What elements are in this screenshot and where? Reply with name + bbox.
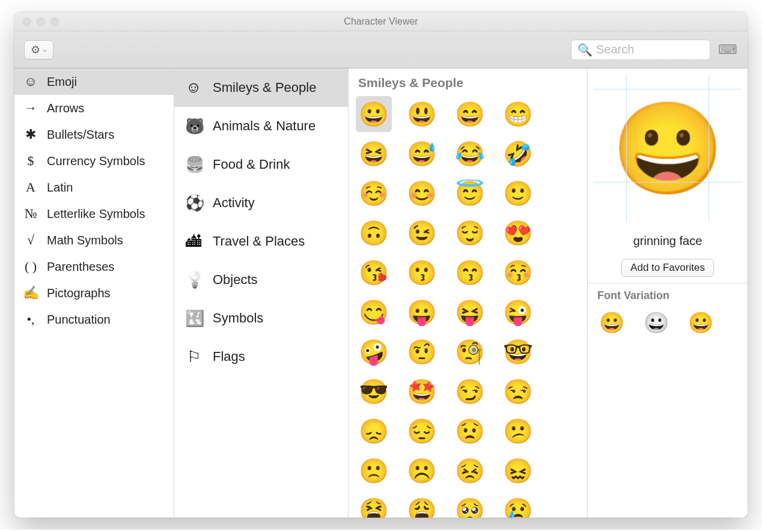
emoji-cell[interactable]: 😩 xyxy=(404,492,440,518)
category-icon: ✱ xyxy=(23,127,38,142)
preview-name: grinning face xyxy=(633,234,703,248)
subcategory-item[interactable]: 💡Objects xyxy=(174,261,348,299)
category-label: Arrows xyxy=(47,101,84,115)
emoji-cell[interactable]: ☹️ xyxy=(404,453,440,489)
category-item[interactable]: ✍Pictographs xyxy=(14,280,174,306)
font-variant[interactable]: 😀 xyxy=(599,309,625,336)
subcategory-item[interactable]: ☺Smileys & People xyxy=(174,68,348,107)
subcategory-item[interactable]: 🔣Symbols xyxy=(174,299,348,337)
subcategory-label: Food & Drink xyxy=(213,157,290,172)
category-item[interactable]: ☺Emoji xyxy=(14,68,174,95)
category-label: Parentheses xyxy=(47,260,114,274)
gear-icon: ⚙ xyxy=(31,43,40,56)
emoji-cell[interactable]: 😌 xyxy=(452,215,488,251)
category-icon: √ xyxy=(23,232,38,248)
emoji-cell[interactable]: 😍 xyxy=(500,215,536,251)
emoji-cell[interactable]: 🤣 xyxy=(500,136,536,172)
emoji-cell[interactable]: 🤩 xyxy=(404,373,440,410)
chevron-down-icon: ⌵ xyxy=(43,46,47,53)
close-button[interactable] xyxy=(23,17,31,26)
grid-header: Smileys & People xyxy=(349,68,587,96)
gear-menu-button[interactable]: ⚙ ⌵ xyxy=(24,40,53,59)
category-item[interactable]: ( )Parentheses xyxy=(14,253,174,280)
emoji-cell[interactable]: 🤪 xyxy=(356,334,392,370)
emoji-cell[interactable]: 😙 xyxy=(452,255,488,291)
emoji-cell[interactable]: 😛 xyxy=(404,294,440,330)
category-icon: ✍ xyxy=(23,285,38,301)
emoji-cell[interactable]: 😘 xyxy=(356,255,392,291)
minimize-button[interactable] xyxy=(37,17,45,26)
emoji-cell[interactable]: 😉 xyxy=(404,215,440,251)
emoji-cell[interactable]: 😄 xyxy=(452,96,488,132)
subcategory-icon: ⚐ xyxy=(185,348,202,366)
font-variant[interactable]: 😀 xyxy=(643,309,669,336)
emoji-cell[interactable]: 😚 xyxy=(500,255,536,291)
category-item[interactable]: $Currency Symbols xyxy=(14,148,174,174)
emoji-cell[interactable]: 😁 xyxy=(500,96,536,132)
subcategory-item[interactable]: 🐻Animals & Nature xyxy=(174,107,348,145)
emoji-cell[interactable]: 🥺 xyxy=(452,492,488,518)
add-to-favorites-button[interactable]: Add to Favorites xyxy=(621,259,714,277)
category-label: Punctuation xyxy=(47,313,111,327)
category-item[interactable]: №Letterlike Symbols xyxy=(14,201,174,227)
emoji-cell[interactable]: 😂 xyxy=(452,136,488,172)
emoji-cell[interactable]: 😋 xyxy=(356,294,392,330)
subcategory-item[interactable]: 🏙Travel & Places xyxy=(174,222,348,261)
emoji-cell[interactable]: 😃 xyxy=(404,96,440,132)
subcategory-icon: 💡 xyxy=(185,271,202,289)
emoji-cell[interactable]: 😅 xyxy=(404,136,440,172)
emoji-cell[interactable]: 😔 xyxy=(404,413,440,449)
subcategory-label: Smileys & People xyxy=(213,80,316,95)
emoji-cell[interactable]: 😣 xyxy=(452,453,488,489)
emoji-cell[interactable]: 😕 xyxy=(500,413,536,449)
toggle-keyboard-button[interactable]: ⌨ xyxy=(718,40,738,60)
category-item[interactable]: •,Punctuation xyxy=(14,306,174,333)
character-grid-panel: Smileys & People 😀😃😄😁😆😅😂🤣☺️😊😇🙂🙃😉😌😍😘😗😙😚😋😛… xyxy=(349,68,588,518)
emoji-cell[interactable]: 😆 xyxy=(356,136,392,172)
keyboard-icon: ⌨ xyxy=(718,42,737,58)
emoji-cell[interactable]: 🙂 xyxy=(500,175,536,211)
category-item[interactable]: →Arrows xyxy=(14,95,174,121)
emoji-cell[interactable]: 😢 xyxy=(500,492,536,518)
font-variant[interactable]: 😀 xyxy=(687,309,714,336)
emoji-cell[interactable]: 🙃 xyxy=(356,215,392,251)
guide-line xyxy=(709,74,709,222)
emoji-cell[interactable]: 😎 xyxy=(356,373,392,410)
category-label: Emoji xyxy=(47,75,77,89)
subcategory-sidebar[interactable]: ☺Smileys & People🐻Animals & Nature🍔Food … xyxy=(174,68,349,518)
emoji-cell[interactable]: 😇 xyxy=(452,175,488,211)
character-viewer-window: Character Viewer ⚙ ⌵ 🔍 ⌨ ☺Emoji→Arrows✱B… xyxy=(14,12,748,518)
subcategory-label: Travel & Places xyxy=(213,234,305,249)
search-field[interactable]: 🔍 xyxy=(571,40,710,60)
emoji-cell[interactable]: 😜 xyxy=(500,294,536,330)
category-item[interactable]: ALatin xyxy=(14,174,174,201)
emoji-cell[interactable]: 🧐 xyxy=(452,334,488,370)
subcategory-item[interactable]: 🍔Food & Drink xyxy=(174,145,348,184)
emoji-cell[interactable]: 😝 xyxy=(452,294,488,330)
category-item[interactable]: √Math Symbols xyxy=(14,227,174,253)
subcategory-item[interactable]: ⚐Flags xyxy=(174,337,348,376)
zoom-button[interactable] xyxy=(50,17,59,26)
category-item[interactable]: ✱Bullets/Stars xyxy=(14,121,174,148)
emoji-cell[interactable]: 🙁 xyxy=(356,453,392,489)
subcategory-item[interactable]: ⚽Activity xyxy=(174,184,348,222)
emoji-cell[interactable]: 😫 xyxy=(356,492,392,518)
emoji-cell[interactable]: 😊 xyxy=(404,175,440,211)
search-input[interactable] xyxy=(596,43,704,56)
subcategory-icon: ☺ xyxy=(185,79,202,97)
emoji-cell[interactable]: 🤓 xyxy=(500,334,536,370)
category-sidebar[interactable]: ☺Emoji→Arrows✱Bullets/Stars$Currency Sym… xyxy=(14,68,174,518)
emoji-cell[interactable]: 😞 xyxy=(356,413,392,449)
subcategory-label: Flags xyxy=(213,349,245,364)
category-label: Currency Symbols xyxy=(47,154,145,168)
emoji-cell[interactable]: 😒 xyxy=(500,373,536,410)
emoji-grid-scroll[interactable]: 😀😃😄😁😆😅😂🤣☺️😊😇🙂🙃😉😌😍😘😗😙😚😋😛😝😜🤪🤨🧐🤓😎🤩😏😒😞😔😟😕🙁☹️… xyxy=(349,96,587,518)
emoji-cell[interactable]: 😏 xyxy=(452,373,488,410)
category-label: Math Symbols xyxy=(47,234,123,247)
emoji-cell[interactable]: 😟 xyxy=(452,413,488,449)
emoji-cell[interactable]: ☺️ xyxy=(356,175,392,211)
emoji-cell[interactable]: 😀 xyxy=(356,96,392,132)
emoji-cell[interactable]: 🤨 xyxy=(404,334,440,370)
emoji-cell[interactable]: 😗 xyxy=(404,255,440,291)
emoji-cell[interactable]: 😖 xyxy=(500,453,536,489)
